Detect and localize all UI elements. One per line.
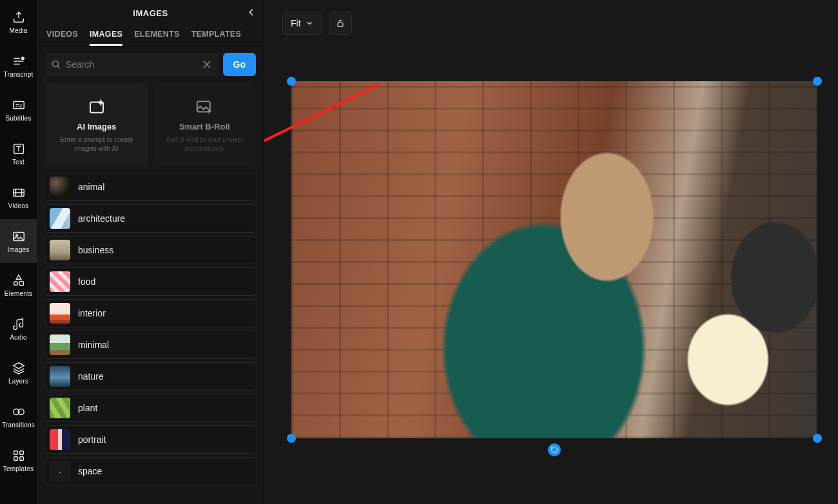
rail-transitions-label: Transitions xyxy=(2,422,35,429)
category-label: architecture xyxy=(78,213,125,224)
rail-audio-label: Audio xyxy=(10,334,27,341)
svg-rect-9 xyxy=(19,451,23,454)
rail-transcript[interactable]: Transcript xyxy=(0,44,37,88)
sparkle-image-icon xyxy=(86,96,108,118)
svg-rect-10 xyxy=(14,456,17,460)
tab-elements[interactable]: ELEMENTS xyxy=(134,30,179,46)
rail-text-label: Text xyxy=(12,159,24,166)
svg-rect-15 xyxy=(338,23,343,26)
rail-videos-label: Videos xyxy=(8,202,29,209)
category-label: space xyxy=(78,466,102,476)
category-label: food xyxy=(78,276,95,287)
thumb-nature xyxy=(50,366,70,387)
rail-images-label: Images xyxy=(8,246,30,253)
resize-handle-tr[interactable] xyxy=(813,77,822,86)
svg-rect-7 xyxy=(19,281,23,285)
svg-rect-1 xyxy=(13,101,24,108)
resize-handle-br[interactable] xyxy=(813,434,822,443)
search-input[interactable] xyxy=(66,59,196,70)
rail-layers[interactable]: Layers xyxy=(0,351,37,394)
templates-icon xyxy=(12,449,26,463)
card-broll-sub: Add B-Roll to your project automatically xyxy=(160,135,250,153)
category-label: minimal xyxy=(78,340,109,350)
category-label: animal xyxy=(78,182,104,192)
category-label: nature xyxy=(78,371,104,382)
canvas-image[interactable] xyxy=(291,81,817,438)
thumb-architecture xyxy=(50,208,70,229)
tab-videos[interactable]: VIDEOS xyxy=(46,30,78,46)
tab-templates[interactable]: TEMPLATES xyxy=(191,30,241,46)
search-go-button[interactable]: Go xyxy=(223,53,256,76)
rail-layers-label: Layers xyxy=(8,378,28,385)
rail-text[interactable]: Text xyxy=(0,131,37,175)
layers-icon xyxy=(12,361,26,375)
rail-images[interactable]: Images xyxy=(0,219,37,263)
category-interior[interactable]: interior xyxy=(44,299,257,327)
zoom-fit-label: Fit xyxy=(291,18,301,28)
rail-audio[interactable]: Audio xyxy=(0,307,37,351)
image-icon xyxy=(12,229,26,244)
thumb-interior xyxy=(50,303,70,324)
rail-subtitles[interactable]: Subtitles xyxy=(0,88,37,131)
card-ai-sub: Enter a prompt to create images with AI xyxy=(52,135,142,153)
zoom-fit-button[interactable]: Fit xyxy=(282,12,322,35)
category-label: business xyxy=(78,245,113,255)
rail-media-label: Media xyxy=(9,27,27,34)
rail-transitions[interactable]: Transitions xyxy=(0,394,37,438)
category-animal[interactable]: animal xyxy=(44,173,257,201)
resize-handle-tl[interactable] xyxy=(287,77,296,86)
thumb-plant xyxy=(50,398,70,418)
svg-point-6 xyxy=(14,281,17,285)
rotate-icon xyxy=(551,446,558,454)
card-ai-images[interactable]: AI Images Enter a prompt to create image… xyxy=(45,82,148,166)
text-icon xyxy=(12,142,26,156)
category-label: interior xyxy=(78,308,106,318)
collapse-panel-button[interactable] xyxy=(243,4,260,21)
rail-media[interactable]: Media xyxy=(0,0,37,44)
video-icon xyxy=(12,186,26,200)
selected-artboard[interactable] xyxy=(290,80,819,440)
category-list[interactable]: animal architecture business food interi… xyxy=(37,173,264,504)
panel-title: IMAGES xyxy=(133,8,168,18)
category-business[interactable]: business xyxy=(44,236,257,264)
stage-toolbar: Fit xyxy=(282,12,352,35)
category-minimal[interactable]: minimal xyxy=(44,331,257,359)
category-architecture[interactable]: architecture xyxy=(44,204,257,233)
rail-videos[interactable]: Videos xyxy=(0,175,37,219)
canvas-stage[interactable]: Fit xyxy=(264,0,838,504)
card-smart-broll[interactable]: Smart B-Roll Add B-Roll to your project … xyxy=(153,82,257,166)
resize-handle-bl[interactable] xyxy=(287,434,296,443)
thumb-business xyxy=(50,240,70,260)
category-space[interactable]: space xyxy=(44,457,257,485)
upload-icon xyxy=(12,10,26,24)
subtitles-icon xyxy=(12,98,26,112)
feature-cards: AI Images Enter a prompt to create image… xyxy=(37,82,264,173)
svg-rect-11 xyxy=(19,456,23,460)
rotate-handle[interactable] xyxy=(548,443,561,456)
panel-header: IMAGES xyxy=(37,0,264,26)
thumb-minimal xyxy=(50,334,70,355)
category-food[interactable]: food xyxy=(44,267,257,296)
thumb-portrait xyxy=(50,429,70,450)
search-row: Go xyxy=(37,46,264,82)
rail-elements[interactable]: Elements xyxy=(0,263,37,307)
rail-subtitles-label: Subtitles xyxy=(5,115,31,122)
rail-templates-label: Templates xyxy=(3,465,34,472)
category-label: portrait xyxy=(78,434,106,445)
clear-search-button[interactable] xyxy=(200,57,214,72)
rail-templates[interactable]: Templates xyxy=(0,438,37,482)
audio-icon xyxy=(12,317,26,331)
side-panel: IMAGES VIDEOS IMAGES ELEMENTS TEMPLATES … xyxy=(37,0,264,504)
category-portrait[interactable]: portrait xyxy=(44,425,257,454)
lock-aspect-button[interactable] xyxy=(329,12,352,35)
tab-images[interactable]: IMAGES xyxy=(90,30,122,46)
category-label: plant xyxy=(78,403,97,413)
category-nature[interactable]: nature xyxy=(44,362,257,391)
image-plus-icon xyxy=(193,96,215,118)
category-plant[interactable]: plant xyxy=(44,394,257,422)
thumb-food xyxy=(50,271,70,292)
svg-point-12 xyxy=(52,61,58,66)
search-icon xyxy=(50,59,62,70)
chevron-left-icon xyxy=(246,7,257,17)
thumb-animal xyxy=(50,177,70,197)
